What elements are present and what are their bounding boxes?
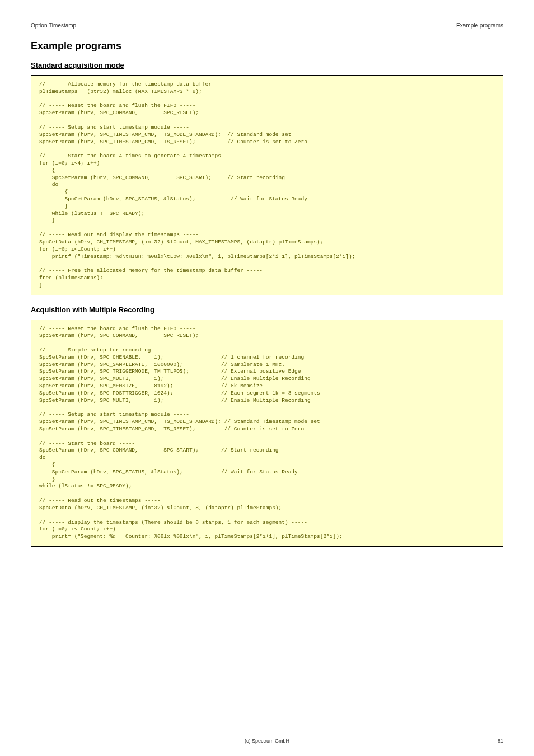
page-header: Option Timestamp Example programs [31, 22, 503, 30]
header-right: Example programs [456, 22, 503, 29]
code-block-standard: // ----- Allocate memory for the timesta… [31, 75, 503, 295]
code-block-multiple: // ----- Reset the board and flush the F… [31, 320, 503, 547]
page-title: Example programs [31, 40, 503, 52]
footer-center: (c) Spectrum GmbH [31, 738, 503, 744]
section-title-standard: Standard acquisition mode [31, 61, 503, 69]
header-left: Option Timestamp [31, 22, 76, 29]
page-footer: (c) Spectrum GmbH 81 [31, 736, 503, 744]
section-title-multiple: Acquisition with Multiple Recording [31, 306, 503, 314]
